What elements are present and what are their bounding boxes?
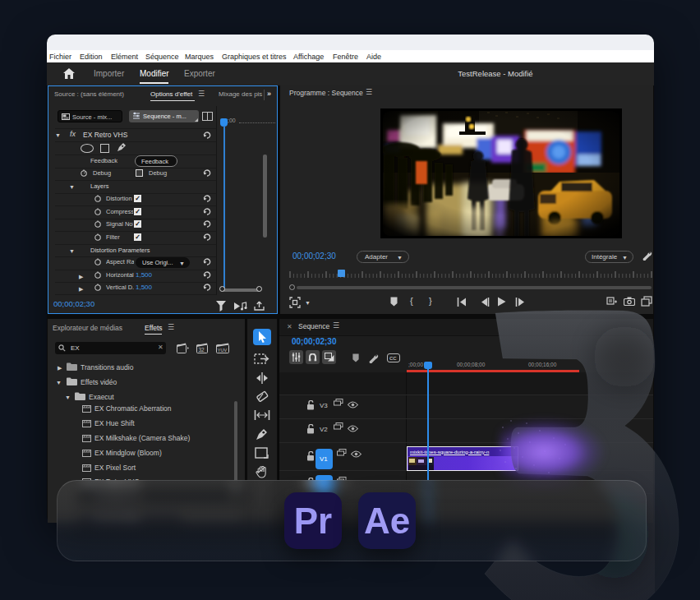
svg-text:YUV: YUV — [218, 348, 228, 353]
svg-text:32: 32 — [199, 347, 205, 353]
